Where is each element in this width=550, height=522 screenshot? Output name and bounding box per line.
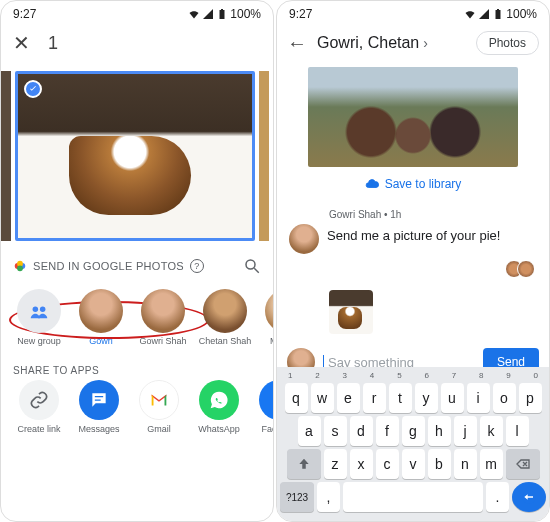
- key-j[interactable]: j: [454, 416, 477, 446]
- battery-icon: [492, 8, 504, 20]
- apps-row: Create link Messages Gmail WhatsApp Face…: [1, 380, 273, 440]
- facebook-icon: [259, 380, 273, 420]
- photo-thumb-selected[interactable]: [15, 71, 255, 241]
- app-messages[interactable]: Messages: [71, 380, 127, 434]
- kbd-row-4: ?123 , .: [280, 482, 546, 512]
- selected-check-icon[interactable]: [24, 80, 42, 98]
- battery-percent: 100%: [230, 7, 261, 21]
- status-bar: 9:27 100%: [1, 1, 273, 23]
- svg-line-5: [254, 268, 259, 273]
- key-t[interactable]: t: [389, 383, 412, 413]
- status-time: 9:27: [289, 7, 312, 21]
- back-icon[interactable]: ←: [287, 32, 307, 55]
- cloud-download-icon: [365, 177, 379, 191]
- selection-header: ✕ 1: [1, 23, 273, 63]
- kbd-row-2: asdfghjkl: [280, 416, 546, 446]
- conversation-screen: 9:27 100% ← Gowri, Chetan › Photos Save …: [276, 0, 550, 522]
- messages-icon: [79, 380, 119, 420]
- send-in-photos-button[interactable]: SEND IN GOOGLE PHOTOS ?: [13, 259, 204, 273]
- key-space[interactable]: [343, 482, 483, 512]
- key-u[interactable]: u: [441, 383, 464, 413]
- key-f[interactable]: f: [376, 416, 399, 446]
- key-p[interactable]: p: [519, 383, 542, 413]
- status-icons: 100%: [188, 7, 261, 21]
- message-reactions[interactable]: [277, 256, 549, 280]
- avatar: [79, 289, 123, 333]
- key-e[interactable]: e: [337, 383, 360, 413]
- key-y[interactable]: y: [415, 383, 438, 413]
- key-l[interactable]: l: [506, 416, 529, 446]
- app-whatsapp[interactable]: WhatsApp: [191, 380, 247, 434]
- key-a[interactable]: a: [298, 416, 321, 446]
- group-icon: [17, 289, 61, 333]
- key-k[interactable]: k: [480, 416, 503, 446]
- key-z[interactable]: z: [324, 449, 347, 479]
- share-to-apps-header: SHARE TO APPS: [1, 357, 273, 380]
- share-screen: 9:27 100% ✕ 1 SEND IN GOOGLE PHOTOS ?: [0, 0, 274, 522]
- key-shift[interactable]: [287, 449, 321, 479]
- contact-chetan-shah[interactable]: Chetan Shah: [197, 289, 253, 347]
- photo-thumb-next[interactable]: [259, 71, 269, 241]
- key-w[interactable]: w: [311, 383, 334, 413]
- message-row: Send me a picture of your pie!: [277, 222, 549, 256]
- reply-photo-thumb[interactable]: [329, 290, 373, 334]
- key-d[interactable]: d: [350, 416, 373, 446]
- avatar: [141, 289, 185, 333]
- key-q[interactable]: q: [285, 383, 308, 413]
- app-gmail[interactable]: Gmail: [131, 380, 187, 434]
- search-icon[interactable]: [243, 257, 261, 275]
- close-icon[interactable]: ✕: [13, 31, 30, 55]
- kbd-number-hints: 1234567890: [280, 371, 546, 380]
- contact-gowri-shah[interactable]: Gowri Shah: [135, 289, 191, 347]
- app-create-link[interactable]: Create link: [11, 380, 67, 434]
- wifi-icon: [464, 8, 476, 20]
- key-v[interactable]: v: [402, 449, 425, 479]
- signal-icon: [478, 8, 490, 20]
- battery-percent: 100%: [506, 7, 537, 21]
- key-g[interactable]: g: [402, 416, 425, 446]
- app-facebook[interactable]: Faceboo: [251, 380, 273, 434]
- shared-photo[interactable]: [308, 67, 518, 167]
- key-enter[interactable]: [512, 482, 546, 512]
- key-b[interactable]: b: [428, 449, 451, 479]
- key-r[interactable]: r: [363, 383, 386, 413]
- photos-button[interactable]: Photos: [476, 31, 539, 55]
- key-i[interactable]: i: [467, 383, 490, 413]
- avatar[interactable]: [289, 224, 319, 254]
- conversation-header: ← Gowri, Chetan › Photos: [277, 23, 549, 63]
- key-n[interactable]: n: [454, 449, 477, 479]
- link-icon: [19, 380, 59, 420]
- photo-strip[interactable]: [1, 71, 273, 241]
- contact-new-group[interactable]: New group: [11, 289, 67, 347]
- kbd-row-3: zxcvbnm: [280, 449, 546, 479]
- save-to-library-button[interactable]: Save to library: [277, 173, 549, 201]
- key-comma[interactable]: ,: [317, 482, 340, 512]
- svg-point-4: [246, 260, 255, 269]
- signal-icon: [202, 8, 214, 20]
- key-o[interactable]: o: [493, 383, 516, 413]
- status-icons: 100%: [464, 7, 537, 21]
- chevron-right-icon: ›: [423, 35, 428, 51]
- key-h[interactable]: h: [428, 416, 451, 446]
- battery-icon: [216, 8, 228, 20]
- selection-count: 1: [48, 33, 58, 54]
- avatar: [203, 289, 247, 333]
- key-x[interactable]: x: [350, 449, 373, 479]
- key-s[interactable]: s: [324, 416, 347, 446]
- contact-mark[interactable]: Mark Ch: [259, 289, 273, 347]
- conversation-title[interactable]: Gowri, Chetan ›: [317, 34, 466, 52]
- send-label: SEND IN GOOGLE PHOTOS: [33, 260, 184, 272]
- contact-gowri[interactable]: Gowri: [73, 289, 129, 347]
- key-backspace[interactable]: [506, 449, 540, 479]
- whatsapp-icon: [199, 380, 239, 420]
- send-in-photos-row: SEND IN GOOGLE PHOTOS ?: [1, 241, 273, 283]
- key-m[interactable]: m: [480, 449, 503, 479]
- message-meta: Gowri Shah • 1h: [277, 201, 549, 222]
- svg-point-3: [17, 265, 23, 271]
- key-symbols[interactable]: ?123: [280, 482, 314, 512]
- photo-thumb-prev[interactable]: [1, 71, 11, 241]
- help-icon[interactable]: ?: [190, 259, 204, 273]
- key-period[interactable]: .: [486, 482, 509, 512]
- key-c[interactable]: c: [376, 449, 399, 479]
- gmail-icon: [139, 380, 179, 420]
